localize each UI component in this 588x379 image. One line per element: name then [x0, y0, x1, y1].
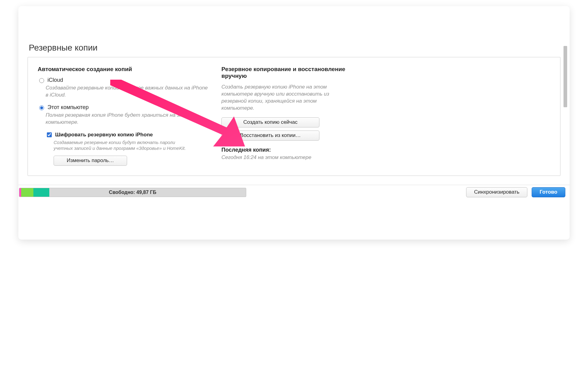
auto-backup-heading: Автоматическое создание копий: [38, 66, 209, 73]
sync-button[interactable]: Синхронизировать: [466, 187, 527, 197]
radio-thispc-row[interactable]: Этот компьютер: [38, 104, 209, 111]
scrollbar-thumb[interactable]: [564, 46, 567, 107]
backup-now-button[interactable]: Создать копию сейчас: [221, 117, 319, 127]
radio-thispc[interactable]: [39, 105, 44, 110]
capacity-segment-3: [33, 188, 49, 197]
capacity-free-label: Свободно: 49,87 ГБ: [109, 190, 156, 195]
radio-thispc-label: Этот компьютер: [47, 104, 89, 111]
icloud-desc: Создавайте резервные копии наиболее важн…: [46, 85, 209, 99]
restore-from-backup-button[interactable]: Восстановить из копии…: [221, 131, 319, 141]
done-button[interactable]: Готово: [532, 187, 565, 197]
encrypt-desc: Создаваемые резервные копии будут включа…: [54, 139, 194, 151]
manual-buttons: Создать копию сейчас Восстановить из коп…: [221, 117, 319, 141]
footer-buttons: Синхронизировать Готово: [466, 187, 565, 197]
capacity-segment-2: [21, 188, 33, 197]
window: Резервные копии Автоматическое создание …: [18, 6, 570, 240]
capacity-bar: Свободно: 49,87 ГБ: [19, 188, 246, 197]
radio-icloud-label: iCloud: [47, 77, 63, 83]
manual-backup-column: Резервное копирование и восстановление в…: [221, 66, 550, 166]
last-backup-label: Последняя копия:: [221, 147, 550, 153]
content-area: Резервные копии Автоматическое создание …: [18, 6, 570, 191]
bottom-bar: Свободно: 49,87 ГБ Синхронизировать Гото…: [18, 185, 570, 200]
auto-backup-column: Автоматическое создание копий iCloud Соз…: [38, 66, 209, 166]
checkbox-encrypt[interactable]: [47, 132, 52, 137]
manual-backup-heading: Резервное копирование и восстановление в…: [221, 66, 350, 79]
radio-icloud-row[interactable]: iCloud: [38, 77, 209, 83]
scrollbar[interactable]: ⌄: [564, 46, 567, 190]
change-password-button[interactable]: Изменить пароль…: [54, 156, 127, 166]
section-title-backups: Резервные копии: [29, 18, 560, 53]
encrypt-label: Шифровать резервную копию iPhone: [55, 132, 153, 138]
encrypt-row[interactable]: Шифровать резервную копию iPhone: [46, 131, 209, 138]
radio-icloud[interactable]: [39, 78, 44, 83]
thispc-desc: Полная резервная копия iPhone будет хран…: [46, 112, 209, 126]
manual-backup-desc: Создать резервную копию iPhone на этом к…: [221, 84, 350, 112]
last-backup-value: Сегодня 16:24 на этом компьютере: [221, 154, 550, 161]
backups-box: Автоматическое создание копий iCloud Соз…: [28, 57, 560, 176]
